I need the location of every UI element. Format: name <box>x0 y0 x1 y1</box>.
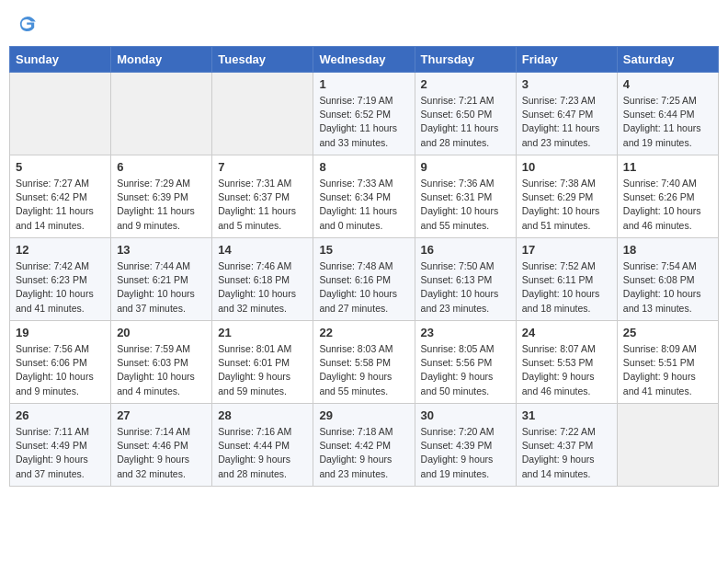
calendar-cell: 30Sunrise: 7:20 AMSunset: 4:39 PMDayligh… <box>415 404 516 487</box>
day-info: Sunrise: 8:07 AMSunset: 5:53 PMDaylight:… <box>522 342 611 398</box>
day-number: 7 <box>218 160 307 174</box>
calendar-cell: 3Sunrise: 7:23 AMSunset: 6:47 PMDaylight… <box>516 73 617 155</box>
day-info: Sunrise: 7:25 AMSunset: 6:44 PMDaylight:… <box>623 94 712 150</box>
day-info: Sunrise: 7:48 AMSunset: 6:16 PMDaylight:… <box>319 259 408 316</box>
day-info: Sunrise: 7:42 AMSunset: 6:23 PMDaylight:… <box>16 259 105 316</box>
day-number: 27 <box>117 408 206 422</box>
weekday-header-saturday: Saturday <box>617 47 718 73</box>
day-number: 2 <box>421 77 510 91</box>
calendar-cell: 28Sunrise: 7:16 AMSunset: 4:44 PMDayligh… <box>212 404 313 487</box>
calendar-cell: 21Sunrise: 8:01 AMSunset: 6:01 PMDayligh… <box>212 321 313 404</box>
day-info: Sunrise: 7:31 AMSunset: 6:37 PMDaylight:… <box>218 177 307 233</box>
day-number: 19 <box>16 326 105 339</box>
day-info: Sunrise: 8:05 AMSunset: 5:56 PMDaylight:… <box>421 342 510 398</box>
calendar-cell: 16Sunrise: 7:50 AMSunset: 6:13 PMDayligh… <box>415 238 516 321</box>
day-number: 26 <box>16 408 105 422</box>
calendar-cell: 17Sunrise: 7:52 AMSunset: 6:11 PMDayligh… <box>516 238 617 321</box>
day-number: 24 <box>522 326 611 339</box>
day-info: Sunrise: 8:03 AMSunset: 5:58 PMDaylight:… <box>319 342 408 398</box>
day-info: Sunrise: 8:01 AMSunset: 6:01 PMDaylight:… <box>218 342 307 398</box>
calendar-cell: 1Sunrise: 7:19 AMSunset: 6:52 PMDaylight… <box>313 73 415 155</box>
calendar-cell <box>10 73 111 155</box>
calendar-header: SundayMondayTuesdayWednesdayThursdayFrid… <box>10 47 719 73</box>
calendar-cell: 23Sunrise: 8:05 AMSunset: 5:56 PMDayligh… <box>415 321 516 404</box>
calendar-cell: 4Sunrise: 7:25 AMSunset: 6:44 PMDaylight… <box>617 73 718 155</box>
calendar-week-2: 12Sunrise: 7:42 AMSunset: 6:23 PMDayligh… <box>10 238 719 321</box>
weekday-header-friday: Friday <box>516 47 617 73</box>
calendar-cell: 9Sunrise: 7:36 AMSunset: 6:31 PMDaylight… <box>415 155 516 238</box>
day-number: 25 <box>623 326 712 339</box>
day-number: 31 <box>522 408 611 422</box>
day-number: 14 <box>218 243 307 257</box>
calendar-cell: 2Sunrise: 7:21 AMSunset: 6:50 PMDaylight… <box>415 73 516 155</box>
calendar-cell: 13Sunrise: 7:44 AMSunset: 6:21 PMDayligh… <box>111 238 212 321</box>
calendar-cell <box>111 73 212 155</box>
calendar-cell: 25Sunrise: 8:09 AMSunset: 5:51 PMDayligh… <box>617 321 718 404</box>
day-info: Sunrise: 7:36 AMSunset: 6:31 PMDaylight:… <box>421 177 510 233</box>
calendar-cell: 31Sunrise: 7:22 AMSunset: 4:37 PMDayligh… <box>516 404 617 487</box>
day-number: 21 <box>218 326 307 339</box>
day-number: 9 <box>421 160 510 174</box>
logo-icon <box>17 13 39 35</box>
day-info: Sunrise: 7:50 AMSunset: 6:13 PMDaylight:… <box>421 259 510 316</box>
day-info: Sunrise: 7:54 AMSunset: 6:08 PMDaylight:… <box>623 259 712 316</box>
day-number: 10 <box>522 160 611 174</box>
calendar-week-0: 1Sunrise: 7:19 AMSunset: 6:52 PMDaylight… <box>10 73 719 155</box>
day-number: 4 <box>623 77 712 91</box>
day-info: Sunrise: 7:19 AMSunset: 6:52 PMDaylight:… <box>319 94 408 150</box>
day-info: Sunrise: 7:23 AMSunset: 6:47 PMDaylight:… <box>522 94 611 150</box>
day-info: Sunrise: 7:11 AMSunset: 4:49 PMDaylight:… <box>16 425 105 481</box>
day-info: Sunrise: 7:33 AMSunset: 6:34 PMDaylight:… <box>319 177 408 233</box>
calendar-cell: 6Sunrise: 7:29 AMSunset: 6:39 PMDaylight… <box>111 155 212 238</box>
day-number: 3 <box>522 77 611 91</box>
day-info: Sunrise: 7:44 AMSunset: 6:21 PMDaylight:… <box>117 259 206 316</box>
calendar-cell: 20Sunrise: 7:59 AMSunset: 6:03 PMDayligh… <box>111 321 212 404</box>
weekday-header-row: SundayMondayTuesdayWednesdayThursdayFrid… <box>10 47 719 73</box>
calendar-cell <box>617 404 718 487</box>
day-info: Sunrise: 7:59 AMSunset: 6:03 PMDaylight:… <box>117 342 206 398</box>
day-info: Sunrise: 8:09 AMSunset: 5:51 PMDaylight:… <box>623 342 712 398</box>
day-number: 16 <box>421 243 510 257</box>
day-number: 18 <box>623 243 712 257</box>
calendar-cell: 14Sunrise: 7:46 AMSunset: 6:18 PMDayligh… <box>212 238 313 321</box>
day-info: Sunrise: 7:20 AMSunset: 4:39 PMDaylight:… <box>421 425 510 481</box>
calendar-cell: 22Sunrise: 8:03 AMSunset: 5:58 PMDayligh… <box>313 321 415 404</box>
calendar-cell: 7Sunrise: 7:31 AMSunset: 6:37 PMDaylight… <box>212 155 313 238</box>
page-header <box>9 9 719 39</box>
calendar-cell: 15Sunrise: 7:48 AMSunset: 6:16 PMDayligh… <box>313 238 415 321</box>
day-info: Sunrise: 7:14 AMSunset: 4:46 PMDaylight:… <box>117 425 206 481</box>
day-info: Sunrise: 7:56 AMSunset: 6:06 PMDaylight:… <box>16 342 105 398</box>
day-info: Sunrise: 7:29 AMSunset: 6:39 PMDaylight:… <box>117 177 206 233</box>
calendar-cell: 18Sunrise: 7:54 AMSunset: 6:08 PMDayligh… <box>617 238 718 321</box>
weekday-header-tuesday: Tuesday <box>212 47 313 73</box>
calendar-cell: 5Sunrise: 7:27 AMSunset: 6:42 PMDaylight… <box>10 155 111 238</box>
day-info: Sunrise: 7:46 AMSunset: 6:18 PMDaylight:… <box>218 259 307 316</box>
day-number: 5 <box>16 160 105 174</box>
day-info: Sunrise: 7:18 AMSunset: 4:42 PMDaylight:… <box>319 425 408 481</box>
day-number: 20 <box>117 326 206 339</box>
day-info: Sunrise: 7:22 AMSunset: 4:37 PMDaylight:… <box>522 425 611 481</box>
calendar-week-3: 19Sunrise: 7:56 AMSunset: 6:06 PMDayligh… <box>10 321 719 404</box>
day-number: 1 <box>319 77 408 91</box>
day-number: 8 <box>319 160 408 174</box>
day-number: 22 <box>319 326 408 339</box>
day-number: 15 <box>319 243 408 257</box>
day-info: Sunrise: 7:27 AMSunset: 6:42 PMDaylight:… <box>16 177 105 233</box>
calendar-week-4: 26Sunrise: 7:11 AMSunset: 4:49 PMDayligh… <box>10 404 719 487</box>
calendar-cell: 24Sunrise: 8:07 AMSunset: 5:53 PMDayligh… <box>516 321 617 404</box>
day-info: Sunrise: 7:40 AMSunset: 6:26 PMDaylight:… <box>623 177 712 233</box>
calendar-cell: 26Sunrise: 7:11 AMSunset: 4:49 PMDayligh… <box>10 404 111 487</box>
calendar-cell: 27Sunrise: 7:14 AMSunset: 4:46 PMDayligh… <box>111 404 212 487</box>
calendar-cell: 29Sunrise: 7:18 AMSunset: 4:42 PMDayligh… <box>313 404 415 487</box>
calendar-body: 1Sunrise: 7:19 AMSunset: 6:52 PMDaylight… <box>10 73 719 487</box>
day-number: 13 <box>117 243 206 257</box>
day-number: 12 <box>16 243 105 257</box>
day-info: Sunrise: 7:38 AMSunset: 6:29 PMDaylight:… <box>522 177 611 233</box>
calendar-cell: 11Sunrise: 7:40 AMSunset: 6:26 PMDayligh… <box>617 155 718 238</box>
calendar-week-1: 5Sunrise: 7:27 AMSunset: 6:42 PMDaylight… <box>10 155 719 238</box>
day-number: 30 <box>421 408 510 422</box>
day-number: 17 <box>522 243 611 257</box>
weekday-header-thursday: Thursday <box>415 47 516 73</box>
day-info: Sunrise: 7:16 AMSunset: 4:44 PMDaylight:… <box>218 425 307 481</box>
calendar-cell: 8Sunrise: 7:33 AMSunset: 6:34 PMDaylight… <box>313 155 415 238</box>
